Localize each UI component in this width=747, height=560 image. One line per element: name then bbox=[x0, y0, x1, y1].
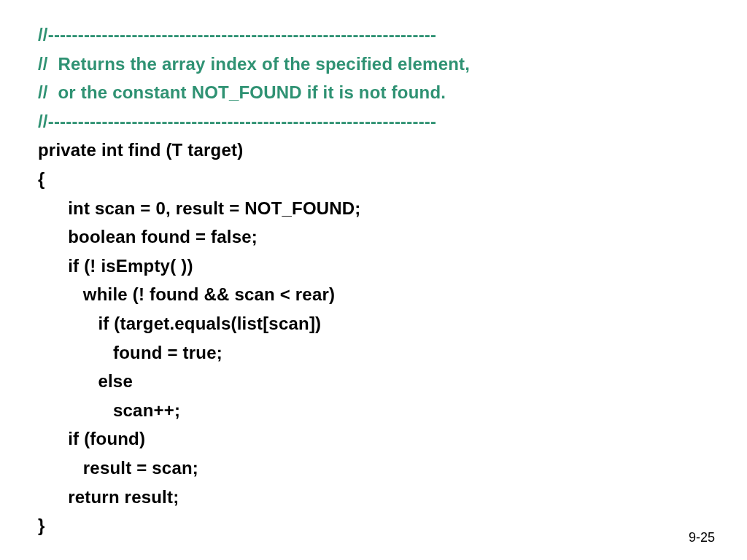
code-line: int scan = 0, result = NOT_FOUND; bbox=[38, 194, 709, 223]
comment-rule-bottom: //--------------------------------------… bbox=[38, 107, 709, 136]
comment-desc-1: // Returns the array index of the specif… bbox=[38, 50, 709, 79]
code-line: if (! isEmpty( )) bbox=[38, 252, 709, 281]
page-number: 9-25 bbox=[689, 530, 715, 545]
code-line: while (! found && scan < rear) bbox=[38, 280, 709, 309]
code-line: if (found) bbox=[38, 424, 709, 454]
code-line: found = true; bbox=[38, 338, 709, 368]
code-slide: //--------------------------------------… bbox=[38, 20, 709, 540]
comment-rule-top: //--------------------------------------… bbox=[38, 20, 709, 50]
code-line: if (target.equals(list[scan]) bbox=[38, 309, 709, 338]
code-line: boolean found = false; bbox=[38, 222, 709, 252]
code-line: private int find (T target) bbox=[38, 136, 709, 165]
code-line: result = scan; bbox=[38, 454, 709, 483]
code-line: } bbox=[38, 511, 709, 540]
code-line: return result; bbox=[38, 483, 709, 512]
code-line: scan++; bbox=[38, 396, 709, 425]
code-line: else bbox=[38, 367, 709, 396]
comment-desc-2: // or the constant NOT_FOUND if it is no… bbox=[38, 78, 709, 107]
code-line: { bbox=[38, 165, 709, 194]
